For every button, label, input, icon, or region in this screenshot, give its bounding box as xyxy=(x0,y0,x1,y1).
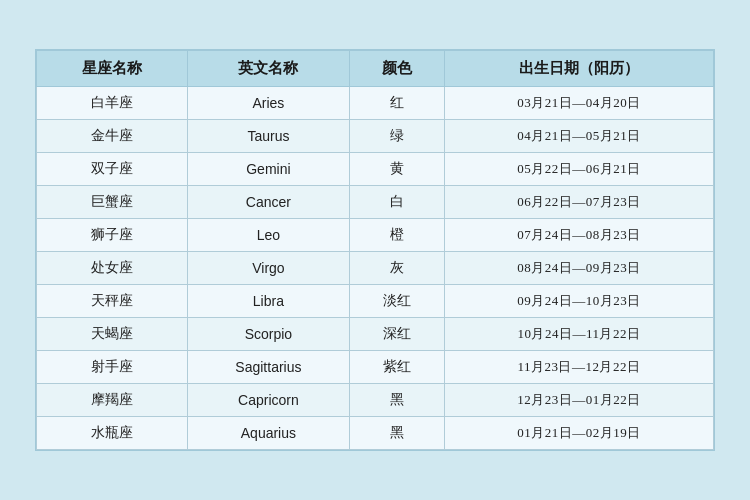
table-row: 水瓶座Aquarius黑01月21日—02月19日 xyxy=(37,417,714,450)
cell-dates: 07月24日—08月23日 xyxy=(444,219,713,252)
cell-color: 黑 xyxy=(350,417,445,450)
cell-chinese-name: 狮子座 xyxy=(37,219,188,252)
table-row: 天蝎座Scorpio深红10月24日—11月22日 xyxy=(37,318,714,351)
cell-dates: 01月21日—02月19日 xyxy=(444,417,713,450)
cell-dates: 12月23日—01月22日 xyxy=(444,384,713,417)
table-row: 白羊座Aries红03月21日—04月20日 xyxy=(37,87,714,120)
header-dates: 出生日期（阳历） xyxy=(444,51,713,87)
cell-color: 黄 xyxy=(350,153,445,186)
table-row: 天秤座Libra淡红09月24日—10月23日 xyxy=(37,285,714,318)
cell-chinese-name: 射手座 xyxy=(37,351,188,384)
cell-chinese-name: 摩羯座 xyxy=(37,384,188,417)
header-chinese-name: 星座名称 xyxy=(37,51,188,87)
cell-chinese-name: 巨蟹座 xyxy=(37,186,188,219)
zodiac-table-container: 星座名称 英文名称 颜色 出生日期（阳历） 白羊座Aries红03月21日—04… xyxy=(35,49,715,451)
cell-english-name: Taurus xyxy=(187,120,349,153)
cell-english-name: Virgo xyxy=(187,252,349,285)
table-row: 巨蟹座Cancer白06月22日—07月23日 xyxy=(37,186,714,219)
cell-dates: 08月24日—09月23日 xyxy=(444,252,713,285)
cell-color: 淡红 xyxy=(350,285,445,318)
cell-english-name: Cancer xyxy=(187,186,349,219)
cell-dates: 06月22日—07月23日 xyxy=(444,186,713,219)
cell-color: 灰 xyxy=(350,252,445,285)
cell-dates: 11月23日—12月22日 xyxy=(444,351,713,384)
cell-color: 白 xyxy=(350,186,445,219)
cell-english-name: Leo xyxy=(187,219,349,252)
cell-dates: 04月21日—05月21日 xyxy=(444,120,713,153)
cell-chinese-name: 白羊座 xyxy=(37,87,188,120)
cell-english-name: Aries xyxy=(187,87,349,120)
cell-english-name: Libra xyxy=(187,285,349,318)
table-row: 处女座Virgo灰08月24日—09月23日 xyxy=(37,252,714,285)
cell-color: 绿 xyxy=(350,120,445,153)
table-row: 金牛座Taurus绿04月21日—05月21日 xyxy=(37,120,714,153)
cell-color: 紫红 xyxy=(350,351,445,384)
cell-english-name: Sagittarius xyxy=(187,351,349,384)
cell-dates: 09月24日—10月23日 xyxy=(444,285,713,318)
cell-english-name: Scorpio xyxy=(187,318,349,351)
cell-dates: 10月24日—11月22日 xyxy=(444,318,713,351)
cell-chinese-name: 水瓶座 xyxy=(37,417,188,450)
cell-english-name: Gemini xyxy=(187,153,349,186)
cell-dates: 05月22日—06月21日 xyxy=(444,153,713,186)
cell-chinese-name: 双子座 xyxy=(37,153,188,186)
zodiac-table: 星座名称 英文名称 颜色 出生日期（阳历） 白羊座Aries红03月21日—04… xyxy=(36,50,714,450)
header-color: 颜色 xyxy=(350,51,445,87)
header-english-name: 英文名称 xyxy=(187,51,349,87)
table-row: 摩羯座Capricorn黑12月23日—01月22日 xyxy=(37,384,714,417)
cell-color: 黑 xyxy=(350,384,445,417)
cell-color: 橙 xyxy=(350,219,445,252)
cell-chinese-name: 天蝎座 xyxy=(37,318,188,351)
cell-dates: 03月21日—04月20日 xyxy=(444,87,713,120)
table-row: 狮子座Leo橙07月24日—08月23日 xyxy=(37,219,714,252)
table-row: 双子座Gemini黄05月22日—06月21日 xyxy=(37,153,714,186)
cell-color: 深红 xyxy=(350,318,445,351)
table-body: 白羊座Aries红03月21日—04月20日金牛座Taurus绿04月21日—0… xyxy=(37,87,714,450)
cell-english-name: Aquarius xyxy=(187,417,349,450)
cell-color: 红 xyxy=(350,87,445,120)
table-header-row: 星座名称 英文名称 颜色 出生日期（阳历） xyxy=(37,51,714,87)
cell-chinese-name: 天秤座 xyxy=(37,285,188,318)
cell-english-name: Capricorn xyxy=(187,384,349,417)
cell-chinese-name: 处女座 xyxy=(37,252,188,285)
cell-chinese-name: 金牛座 xyxy=(37,120,188,153)
table-row: 射手座Sagittarius紫红11月23日—12月22日 xyxy=(37,351,714,384)
